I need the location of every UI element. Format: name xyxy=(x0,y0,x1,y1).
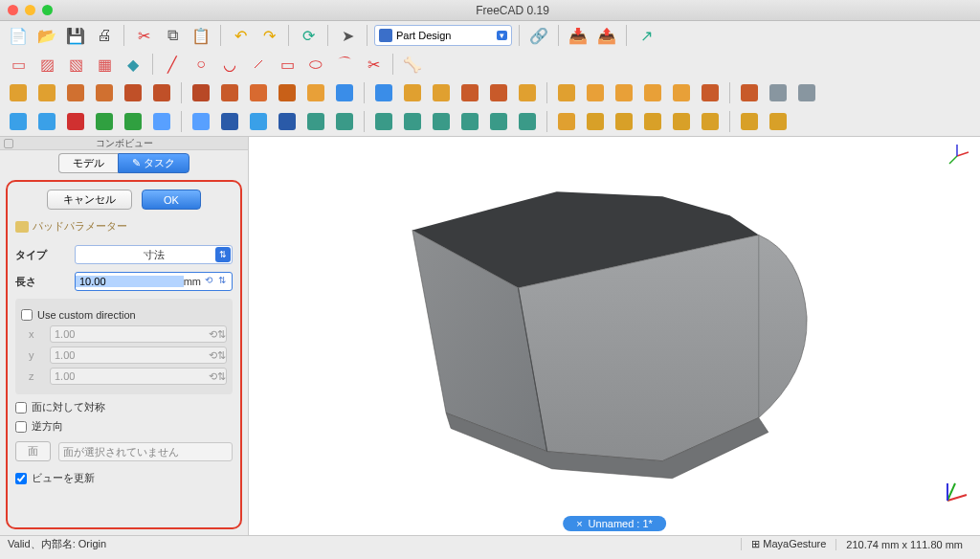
p8-icon[interactable] xyxy=(217,80,242,105)
p18-icon[interactable] xyxy=(515,80,540,105)
panel-grip-icon[interactable] xyxy=(4,139,13,148)
p24-icon[interactable] xyxy=(698,80,723,105)
m7-icon[interactable] xyxy=(766,109,791,134)
fillet-icon[interactable]: ⌒ xyxy=(332,52,357,77)
v4-icon[interactable] xyxy=(400,109,425,134)
p15-icon[interactable] xyxy=(429,80,454,105)
v5-icon[interactable] xyxy=(429,109,454,134)
v8-icon[interactable] xyxy=(515,109,540,134)
p1-icon[interactable] xyxy=(6,80,31,105)
spin-updown-icon[interactable]: ⇅ xyxy=(218,275,232,288)
symmetric-checkbox[interactable]: 面に対して対称 xyxy=(15,400,233,414)
p3-icon[interactable] xyxy=(63,80,88,105)
tab-task[interactable]: ✎タスク xyxy=(118,153,189,173)
sketch-edit-icon[interactable]: ▨ xyxy=(34,52,59,77)
3d-viewport[interactable]: × Unnamed : 1* xyxy=(249,137,980,535)
minimize-window-button[interactable] xyxy=(25,5,35,15)
rectangle-icon[interactable]: ▭ xyxy=(275,52,300,77)
circle-icon[interactable]: ○ xyxy=(189,52,213,77)
v7-icon[interactable] xyxy=(486,109,511,134)
polyline-icon[interactable]: ⟋ xyxy=(246,52,271,77)
p27-icon[interactable] xyxy=(794,80,819,105)
p20-icon[interactable] xyxy=(583,80,608,105)
select-icon[interactable] xyxy=(92,109,117,134)
p16-icon[interactable] xyxy=(457,80,482,105)
custom-direction-checkbox[interactable]: Use custom direction xyxy=(21,309,227,321)
sketch-leave-icon[interactable]: ▦ xyxy=(92,52,117,77)
face-field[interactable]: 面が選択されていません xyxy=(58,442,233,461)
paste-icon[interactable]: 📋 xyxy=(189,23,213,48)
undo-icon[interactable]: ↶ xyxy=(228,23,253,48)
p7-icon[interactable] xyxy=(189,80,213,105)
p17-icon[interactable] xyxy=(486,80,511,105)
m1-icon[interactable] xyxy=(583,109,608,134)
reversed-checkbox[interactable]: 逆方向 xyxy=(15,419,233,434)
import-icon[interactable]: 📥 xyxy=(566,23,590,48)
iso2-icon[interactable] xyxy=(275,109,300,134)
m6-icon[interactable] xyxy=(737,109,762,134)
m4-icon[interactable] xyxy=(669,109,694,134)
line-icon[interactable]: ╱ xyxy=(160,52,185,77)
p14-icon[interactable] xyxy=(400,80,425,105)
new-file-icon[interactable]: 📄 xyxy=(6,23,31,48)
copy-icon[interactable]: ⧉ xyxy=(160,23,185,48)
p13-icon[interactable] xyxy=(371,80,396,105)
p21-icon[interactable] xyxy=(612,80,636,105)
v1-icon[interactable] xyxy=(303,109,328,134)
slot-icon[interactable]: ⬭ xyxy=(303,52,328,77)
p5-icon[interactable] xyxy=(121,80,145,105)
workbench-selector[interactable]: Part Design ▾ xyxy=(374,25,512,46)
p12-icon[interactable] xyxy=(332,80,357,105)
measure-icon[interactable] xyxy=(554,109,579,134)
export-icon[interactable]: 📤 xyxy=(594,23,619,48)
p11-icon[interactable] xyxy=(303,80,328,105)
p4-icon[interactable] xyxy=(92,80,117,105)
sketch-map-icon[interactable]: ▧ xyxy=(63,52,88,77)
trim-icon[interactable]: ✂ xyxy=(361,52,386,77)
p10-icon[interactable] xyxy=(275,80,300,105)
zoom-window-button[interactable] xyxy=(42,5,53,15)
tab-model[interactable]: モデル xyxy=(58,153,118,173)
p19-icon[interactable] xyxy=(554,80,579,105)
type-select[interactable]: 寸法 ⇅ xyxy=(75,245,233,264)
face-button[interactable]: 面 xyxy=(15,441,51,461)
length-value[interactable] xyxy=(76,276,184,287)
box-icon[interactable] xyxy=(121,109,145,134)
bone-icon[interactable]: 🦴 xyxy=(400,52,425,77)
sketch-validate-icon[interactable]: ◆ xyxy=(121,52,145,77)
sketch-new-icon[interactable]: ▭ xyxy=(6,52,31,77)
close-tab-icon[interactable]: × xyxy=(576,518,582,529)
p23-icon[interactable] xyxy=(669,80,694,105)
redo-icon[interactable]: ↷ xyxy=(256,23,281,48)
status-nav[interactable]: ⊞ MayaGesture xyxy=(741,538,835,550)
arc-icon[interactable]: ◡ xyxy=(217,52,242,77)
cancel-button[interactable]: キャンセル xyxy=(47,190,132,210)
noview-icon[interactable] xyxy=(63,109,88,134)
p9-icon[interactable] xyxy=(246,80,271,105)
v2-icon[interactable] xyxy=(332,109,357,134)
p22-icon[interactable] xyxy=(640,80,665,105)
spin-reset-icon[interactable]: ⟲ xyxy=(205,275,218,288)
p25-icon[interactable] xyxy=(737,80,762,105)
cursor-icon[interactable]: ➤ xyxy=(335,23,360,48)
zoom-icon[interactable] xyxy=(34,109,59,134)
right-icon[interactable] xyxy=(189,109,213,134)
length-input[interactable]: mm ⟲ ⇅ xyxy=(75,272,233,291)
v3-icon[interactable] xyxy=(371,109,396,134)
left-icon[interactable] xyxy=(149,109,174,134)
document-tab[interactable]: × Unnamed : 1* xyxy=(563,516,666,531)
iso-icon[interactable] xyxy=(217,109,242,134)
cut-icon[interactable]: ✂ xyxy=(131,23,156,48)
update-view-checkbox[interactable]: ビューを更新 xyxy=(15,471,233,485)
open-file-icon[interactable]: 📂 xyxy=(34,23,59,48)
share-icon[interactable]: ↗ xyxy=(634,23,658,48)
refresh-icon[interactable]: ⟳ xyxy=(296,23,321,48)
p26-icon[interactable] xyxy=(766,80,791,105)
zplus-icon[interactable] xyxy=(246,109,271,134)
p2-icon[interactable] xyxy=(34,80,59,105)
save-file-icon[interactable]: 💾 xyxy=(63,23,88,48)
ok-button[interactable]: OK xyxy=(142,190,201,210)
fit-icon[interactable] xyxy=(6,109,31,134)
p6-icon[interactable] xyxy=(149,80,174,105)
m5-icon[interactable] xyxy=(698,109,723,134)
